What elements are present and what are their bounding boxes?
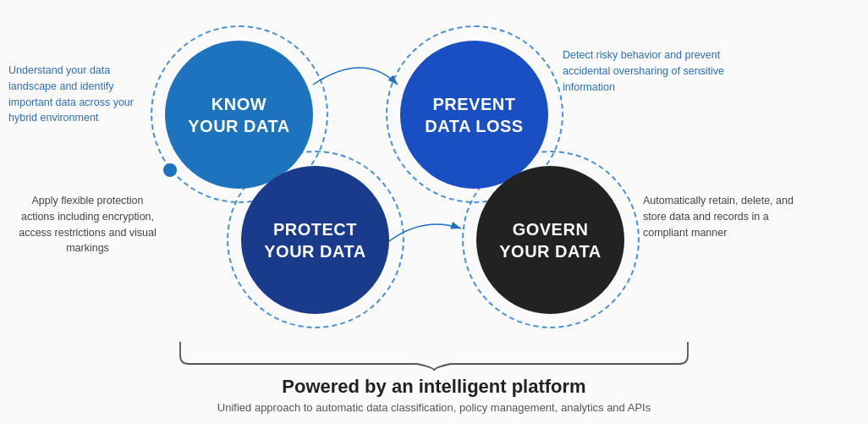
- circle-protect-line1: PROTECT: [264, 218, 365, 240]
- circle-know: KNOW YOUR DATA: [165, 41, 313, 189]
- circle-protect-line2: YOUR DATA: [264, 240, 365, 262]
- circle-prevent-line1: PREVENT: [425, 93, 523, 115]
- circle-govern: GOVERN YOUR DATA: [476, 166, 624, 314]
- annotation-protect: Apply flexible protection actions includ…: [14, 193, 162, 256]
- annotation-prevent: Detect risky behavior and prevent accide…: [563, 47, 732, 95]
- annotation-know: Understand your data landscape and ident…: [8, 63, 157, 126]
- circle-prevent-line2: DATA LOSS: [425, 115, 523, 137]
- circles-area: KNOW YOUR DATA PREVENT DATA LOSS PROTECT…: [0, 0, 868, 330]
- circle-know-line2: YOUR DATA: [188, 115, 289, 137]
- dot-blue: [163, 163, 177, 177]
- bottom-section: Powered by an intelligent platform Unifi…: [0, 327, 868, 424]
- brace-svg: [163, 339, 705, 371]
- circle-protect: PROTECT YOUR DATA: [241, 166, 389, 314]
- circle-prevent: PREVENT DATA LOSS: [400, 41, 548, 189]
- circle-know-line1: KNOW: [188, 93, 289, 115]
- circle-govern-line1: GOVERN: [499, 218, 601, 240]
- circle-govern-line2: YOUR DATA: [499, 240, 601, 262]
- powered-subtitle: Unified approach to automatic data class…: [217, 401, 651, 414]
- powered-title: Powered by an intelligent platform: [282, 376, 585, 398]
- annotation-govern: Automatically retain, delete, and store …: [643, 193, 808, 240]
- main-container: KNOW YOUR DATA PREVENT DATA LOSS PROTECT…: [0, 0, 868, 424]
